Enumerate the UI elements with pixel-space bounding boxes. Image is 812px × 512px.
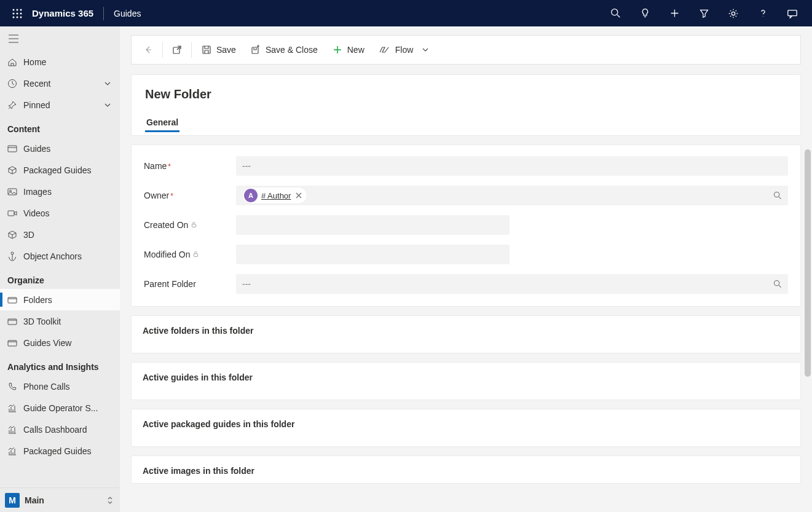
sidebar-item-recent[interactable]: Recent [0,73,120,94]
sidebar-item-home[interactable]: Home [0,51,120,73]
sidebar-item-label: Packaged Guides [23,446,120,456]
sidebar: Home Recent Pinned Content Guides Packag… [0,26,120,512]
search-icon [773,280,782,288]
sidebar-group-organize: Organize [0,267,120,289]
field-label-created-on: Created On [144,220,236,230]
form-body-card: Name* --- Owner* A # Author Crea [131,144,801,307]
sub-section-active-guides: Active guides in this folder [131,362,801,400]
area-label: Main [25,495,106,505]
sidebar-item-videos[interactable]: Videos [0,202,120,224]
sidebar-footer[interactable]: M Main [0,487,120,512]
sidebar-item-object-anchors[interactable]: Object Anchors [0,245,120,267]
chevron-down-icon [104,80,120,87]
sub-section-title: Active guides in this folder [143,372,789,382]
owner-avatar: A [244,189,258,202]
app-launcher-button[interactable] [5,0,30,26]
chat-button[interactable] [778,0,807,26]
filter-button[interactable] [689,0,719,26]
add-button[interactable] [660,0,689,26]
box-icon [7,165,23,175]
sidebar-item-guides-view[interactable]: Guides View [0,332,120,353]
sidebar-item-packaged-guides[interactable]: Packaged Guides [0,159,120,181]
svg-point-6 [13,16,15,18]
question-icon [758,8,768,18]
owner-field[interactable]: A # Author [236,186,788,205]
lightbulb-button[interactable] [630,0,660,26]
chevron-down-icon [104,101,120,109]
sub-section-active-images: Active images in this folder [131,455,801,484]
command-bar: Save Save & Close New Flow [131,35,801,65]
help-button[interactable] [748,0,778,26]
sidebar-item-label: Guides View [23,338,120,348]
save-icon [202,45,211,55]
sidebar-item-pinned[interactable]: Pinned [0,94,120,116]
settings-button[interactable] [719,0,748,26]
form-header-card: New Folder General [131,74,801,136]
sidebar-item-label: Images [23,187,120,197]
sub-section-title: Active images in this folder [143,466,789,476]
svg-rect-26 [194,254,198,257]
svg-point-27 [774,280,779,285]
save-button[interactable]: Save [195,39,242,61]
lock-icon [192,250,199,259]
sidebar-toggle-button[interactable] [7,33,20,45]
owner-chip[interactable]: A # Author [242,187,307,204]
parent-folder-field[interactable]: --- [236,274,788,294]
flow-button[interactable]: Flow [373,39,436,61]
back-button[interactable] [138,39,159,61]
chart-icon [7,403,23,413]
brand-label[interactable]: Dynamics 365 [30,8,101,18]
modified-on-field [236,245,510,264]
sidebar-item-phone-calls[interactable]: Phone Calls [0,376,120,397]
content-area: Save Save & Close New Flow New Folder Ge… [120,26,812,512]
owner-name-link[interactable]: # Author [261,191,291,200]
sidebar-item-3d[interactable]: 3D [0,224,120,245]
created-on-field [236,215,510,235]
svg-rect-13 [8,146,17,152]
new-label: New [347,45,365,55]
sidebar-item-label: Packaged Guides [23,165,120,175]
sidebar-item-label: Pinned [23,100,104,110]
new-button[interactable]: New [326,39,371,61]
sidebar-item-guide-operator[interactable]: Guide Operator S... [0,397,120,419]
phone-icon [7,382,23,392]
pin-icon [7,100,23,110]
sidebar-item-images[interactable]: Images [0,181,120,202]
sidebar-item-label: Videos [23,208,120,218]
popout-button[interactable] [167,39,187,61]
sidebar-item-label: Object Anchors [23,251,120,261]
svg-point-3 [13,12,15,14]
name-field[interactable]: --- [236,156,788,176]
sidebar-item-label: 3D Toolkit [23,317,120,326]
sidebar-item-3d-toolkit[interactable]: 3D Toolkit [0,310,120,332]
svg-point-0 [13,9,15,10]
save-close-icon [251,45,261,55]
search-button[interactable] [601,0,630,26]
chart-icon [7,425,23,435]
sub-section-active-folders: Active folders in this folder [131,315,801,353]
filter-icon [699,8,709,18]
tab-general[interactable]: General [145,112,179,132]
sidebar-item-packaged-guides2[interactable]: Packaged Guides [0,440,120,462]
sidebar-item-calls-dashboard[interactable]: Calls Dashboard [0,419,120,440]
save-close-button[interactable]: Save & Close [245,39,324,61]
sidebar-item-label: Recent [23,79,104,89]
sidebar-item-label: Folders [23,295,120,305]
sidebar-item-folders[interactable]: Folders [0,289,120,310]
lookup-search-button[interactable] [773,280,782,288]
card-icon [7,144,23,154]
lightbulb-icon [640,8,650,18]
svg-rect-23 [252,47,258,53]
navbar-divider [103,7,104,20]
lookup-search-button[interactable] [773,191,782,200]
app-name-label[interactable]: Guides [106,9,148,18]
home-icon [7,57,23,67]
sidebar-item-label: Guides [23,144,120,154]
sidebar-item-guides[interactable]: Guides [0,138,120,159]
owner-remove-button[interactable] [296,192,302,199]
sidebar-group-analytics: Analytics and Insights [0,353,120,376]
folder-icon [7,338,23,348]
svg-point-10 [731,12,735,15]
command-separator [162,42,163,58]
cube-icon [7,230,23,240]
